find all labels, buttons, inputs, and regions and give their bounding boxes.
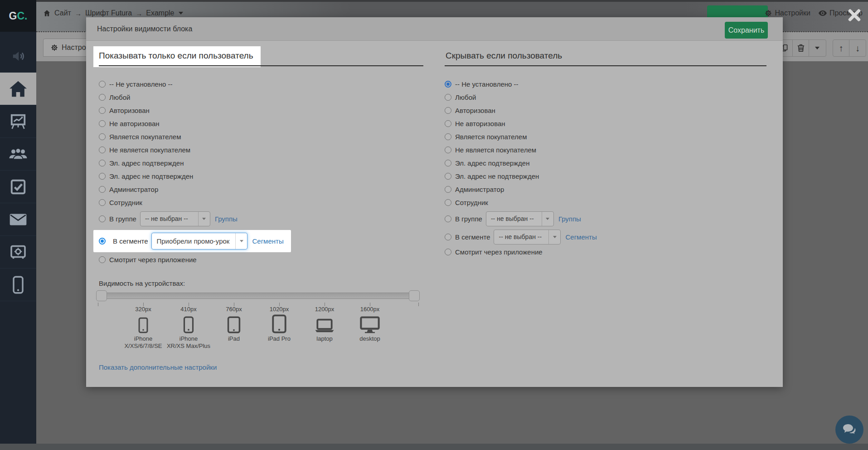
radio-icon-selected[interactable] xyxy=(99,238,106,245)
radio-option[interactable]: Эл. адрес подтвержден xyxy=(445,158,766,167)
radio-icon-selected[interactable] xyxy=(445,81,451,88)
radio-icon[interactable] xyxy=(99,94,106,101)
segment-select[interactable]: -- не выбран -- xyxy=(494,230,561,245)
radio-icon[interactable] xyxy=(445,147,451,153)
block-edit-button-group xyxy=(776,39,826,57)
breadcrumb[interactable]: Сайт → Шрифт Futura → Example xyxy=(43,9,183,17)
group-select[interactable]: -- не выбран -- xyxy=(486,211,554,226)
radio-icon[interactable] xyxy=(99,120,106,127)
radio-option[interactable]: Сотрудник xyxy=(445,198,766,207)
radio-option[interactable]: Администратор xyxy=(445,185,766,194)
segments-link[interactable]: Сегменты xyxy=(565,233,596,241)
arrow-up-icon: ↑ xyxy=(839,43,844,54)
groups-link[interactable]: Группы xyxy=(558,215,581,223)
radio-option[interactable]: Сотрудник xyxy=(99,198,423,207)
radio-icon[interactable] xyxy=(445,215,451,222)
radio-option[interactable]: Не является покупателем xyxy=(445,145,766,154)
save-button[interactable]: Сохранить xyxy=(725,22,768,39)
title-underline xyxy=(99,65,423,66)
breadcrumb-page[interactable]: Example xyxy=(146,9,174,17)
hide-if-column: Скрывать если пользователь -- Не установ… xyxy=(445,51,766,260)
home-icon xyxy=(43,10,51,17)
radio-option[interactable]: Смотрит через приложение xyxy=(99,255,423,264)
radio-option[interactable]: Эл. адрес не подтвержден xyxy=(445,171,766,181)
radio-icon[interactable] xyxy=(99,160,106,166)
group-option-row: В группе -- не выбран -- Группы xyxy=(445,211,766,226)
gear-icon xyxy=(765,10,772,17)
getcourse-logo[interactable]: GC. xyxy=(0,0,36,32)
radio-icon[interactable] xyxy=(445,120,451,127)
radio-icon[interactable] xyxy=(445,186,451,193)
sidebar-item-users[interactable] xyxy=(0,138,36,171)
hide-if-title: Скрывать если пользователь xyxy=(446,51,562,61)
radio-icon[interactable] xyxy=(445,234,451,240)
radio-icon[interactable] xyxy=(99,107,106,114)
breadcrumb-font[interactable]: Шрифт Futura xyxy=(85,9,132,17)
segment-option-row-highlighted: В сегменте Приобрели промо-урок Сегменты xyxy=(93,230,291,252)
sidebar-item-announcements[interactable] xyxy=(0,40,36,73)
close-icon[interactable] xyxy=(845,5,864,24)
laptop-icon xyxy=(315,318,335,333)
slider-handle-right[interactable] xyxy=(409,290,420,301)
radio-option[interactable]: Любой xyxy=(99,93,423,102)
sidebar-item-payments[interactable] xyxy=(0,236,36,269)
modal-title: Настройки видимости блока xyxy=(97,25,192,33)
chat-bubbles-icon xyxy=(842,423,857,436)
nav-settings-link[interactable]: Настройки xyxy=(765,9,810,17)
device-760: 760px iPad xyxy=(211,306,257,350)
radio-icon[interactable] xyxy=(445,133,451,140)
radio-icon[interactable] xyxy=(99,147,106,153)
radio-icon[interactable] xyxy=(99,256,106,263)
radio-option[interactable]: Не является покупателем xyxy=(99,145,423,154)
radio-icon[interactable] xyxy=(99,199,106,206)
segments-link[interactable]: Сегменты xyxy=(252,237,283,245)
radio-option[interactable]: Эл. адрес подтвержден xyxy=(99,158,423,167)
device-410: 410px iPhone XR/XS Max/Plus xyxy=(166,306,211,350)
radio-option[interactable]: Смотрит через приложение xyxy=(445,247,766,256)
delete-button[interactable] xyxy=(793,40,809,56)
device-breakpoints: 320px iPhone X/XS/6/7/8/SE 410px iPhone … xyxy=(121,306,423,350)
radio-option[interactable]: Любой xyxy=(445,93,766,102)
move-down-button[interactable]: ↓ xyxy=(849,40,866,56)
sidebar-item-stats[interactable] xyxy=(0,105,36,138)
more-actions-button[interactable] xyxy=(809,40,825,56)
radio-icon[interactable] xyxy=(445,160,451,166)
radio-option[interactable]: -- Не установлено -- xyxy=(445,79,766,88)
radio-icon[interactable] xyxy=(99,173,106,180)
radio-icon[interactable] xyxy=(445,199,451,206)
radio-icon[interactable] xyxy=(99,133,106,140)
slider-track[interactable] xyxy=(96,293,420,299)
device-range-slider xyxy=(96,290,420,306)
phone-icon xyxy=(183,316,194,333)
group-select[interactable]: -- не выбран -- xyxy=(140,211,210,226)
radio-option[interactable]: Авторизован xyxy=(445,106,766,115)
radio-option[interactable]: Эл. адрес не подтвержден xyxy=(99,171,423,181)
radio-icon[interactable] xyxy=(445,249,451,255)
radio-option[interactable]: Авторизован xyxy=(99,106,423,115)
breadcrumb-site[interactable]: Сайт xyxy=(54,9,71,17)
users-icon xyxy=(9,147,28,162)
radio-option[interactable]: Администратор xyxy=(99,185,423,194)
slider-handle-left[interactable] xyxy=(96,290,107,301)
groups-link[interactable]: Группы xyxy=(215,215,238,223)
sidebar-item-mail[interactable] xyxy=(0,203,36,236)
radio-icon[interactable] xyxy=(445,173,451,180)
segment-select[interactable]: Приобрели промо-урок xyxy=(151,233,247,249)
radio-option[interactable]: Не авторизован xyxy=(445,119,766,128)
sidebar-item-mobile[interactable] xyxy=(0,269,36,301)
chat-widget-button[interactable] xyxy=(835,416,863,444)
move-up-button[interactable]: ↑ xyxy=(833,40,849,56)
radio-option[interactable]: Является покупателем xyxy=(99,132,423,141)
radio-icon[interactable] xyxy=(99,186,106,193)
show-advanced-settings-link[interactable]: Показать дополнительные настройки xyxy=(99,363,217,371)
radio-icon[interactable] xyxy=(99,81,106,88)
radio-option[interactable]: Не авторизован xyxy=(99,119,423,128)
radio-option[interactable]: Является покупателем xyxy=(445,132,766,141)
radio-icon[interactable] xyxy=(445,94,451,101)
breadcrumb-arrow: → xyxy=(75,10,82,17)
sidebar-item-home[interactable] xyxy=(0,73,36,105)
radio-icon[interactable] xyxy=(99,215,106,222)
radio-icon[interactable] xyxy=(445,107,451,114)
radio-option[interactable]: -- Не установлено -- xyxy=(99,79,423,88)
sidebar-item-tasks[interactable] xyxy=(0,171,36,203)
